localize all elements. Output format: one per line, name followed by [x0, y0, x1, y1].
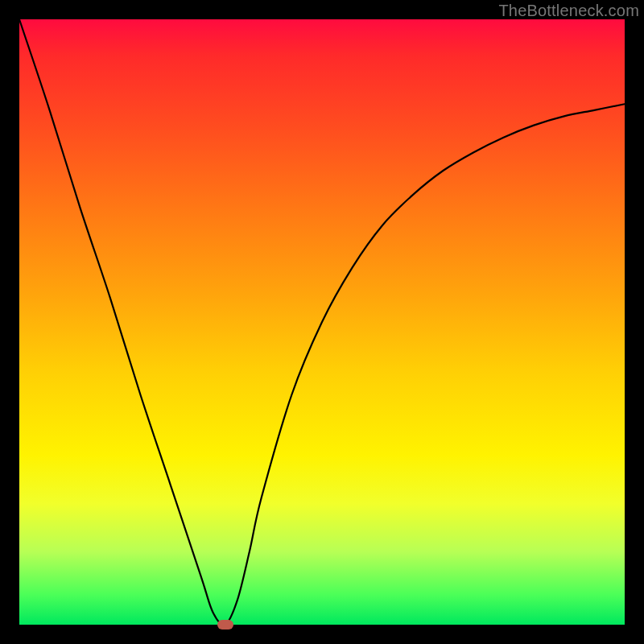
plot-area — [19, 19, 625, 625]
bottleneck-curve — [19, 19, 625, 625]
chart-frame: TheBottleneck.com — [0, 0, 644, 644]
watermark-label: TheBottleneck.com — [498, 2, 639, 20]
minimum-marker — [217, 620, 233, 630]
